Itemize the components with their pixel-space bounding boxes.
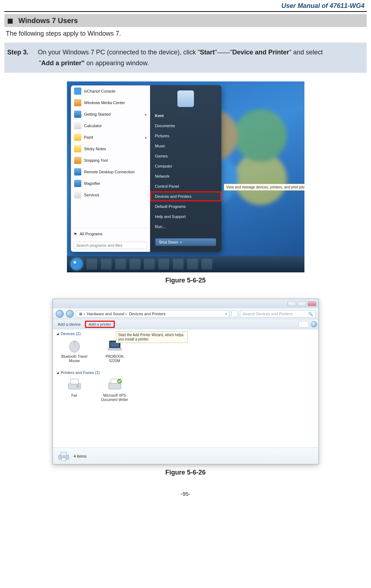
program-icon — [74, 145, 81, 152]
search-box[interactable]: Search Devices and Printers 🔍 — [240, 310, 316, 317]
collapse-triangle-icon[interactable]: ◢ — [56, 371, 59, 374]
program-icon — [74, 168, 81, 175]
start-menu-program-item[interactable]: Getting Started▸ — [71, 108, 150, 120]
program-icon — [74, 191, 81, 199]
shut-down-button[interactable]: Shut Down ▸ — [155, 238, 216, 246]
step-bold-device-and-printer: Device and Printer — [232, 49, 289, 56]
group-printers-header[interactable]: ◢ Printers and Faxes (2) — [53, 368, 318, 375]
printer-item[interactable]: Microsoft XPS Document Writer — [101, 377, 128, 402]
taskbar-icon[interactable] — [158, 259, 169, 270]
program-label: Services — [84, 193, 99, 197]
start-menu-right-item[interactable]: Games — [150, 151, 221, 161]
svg-rect-7 — [76, 385, 79, 388]
tooltip-devices-and-printers: View and manage devices, printers, and p… — [224, 184, 304, 191]
program-label: Sticky Notes — [84, 147, 106, 151]
minimize-button[interactable] — [288, 301, 296, 306]
printer-item[interactable]: Fax — [61, 377, 88, 402]
taskbar-icon[interactable] — [130, 259, 140, 270]
step-line2-post: on appearing window. — [85, 59, 149, 67]
step-bold-start: Start — [200, 49, 215, 56]
explorer-content: ◢ Devices (2) Bluetooth Travel MousePROB… — [53, 329, 318, 447]
step-text-3: " and select — [289, 49, 322, 56]
start-menu-right-item[interactable]: Documents — [150, 121, 221, 131]
start-menu-search[interactable] — [74, 242, 147, 249]
group-printers-label: Printers and Faxes (2) — [61, 370, 100, 375]
start-menu-right-item[interactable]: Run... — [150, 222, 221, 232]
status-bar: 4 items — [53, 447, 318, 464]
nav-forward-button[interactable] — [66, 310, 74, 318]
start-menu-program-item[interactable]: Services — [71, 189, 150, 201]
start-orb-icon[interactable] — [71, 258, 83, 270]
tooltip-add-a-printer: Start the Add Printer Wizard, which help… — [116, 331, 188, 343]
section-heading-bar: ◼ Windows 7 Users — [4, 14, 367, 27]
start-menu-program-item[interactable]: IxChariot Console — [71, 85, 150, 97]
program-label: IxChariot Console — [84, 89, 116, 93]
add-a-device-button[interactable]: Add a device — [54, 321, 85, 328]
start-menu-left-column: IxChariot ConsoleWindows Media CenterGet… — [71, 85, 150, 252]
program-label: Magnifier — [84, 181, 100, 186]
start-menu-right-item[interactable]: Network — [150, 171, 221, 181]
step-label: Step 3. — [7, 47, 36, 58]
maximize-button[interactable] — [298, 301, 306, 306]
step-text-1: On your Windows 7 PC (connected to the d… — [38, 49, 200, 56]
device-item[interactable]: Bluetooth Travel Mouse — [61, 338, 88, 363]
start-menu-right-item[interactable]: Pictures — [150, 131, 221, 141]
printer-icon — [106, 377, 124, 392]
start-menu-right-item[interactable]: Default Programs — [150, 201, 221, 211]
taskbar — [67, 256, 304, 272]
taskbar-icon[interactable] — [115, 259, 126, 270]
close-button[interactable] — [308, 301, 316, 306]
chevron-right-icon: ▸ — [84, 312, 86, 316]
start-menu-right-item[interactable]: Help and Support — [150, 211, 221, 222]
start-menu-program-item[interactable]: Snipping Tool — [71, 155, 150, 166]
search-input[interactable] — [74, 242, 147, 249]
chevron-right-icon: ▸ — [180, 240, 182, 244]
section-heading: Windows 7 Users — [18, 17, 78, 25]
start-menu-program-item[interactable]: Paint▸ — [71, 132, 150, 143]
taskbar-icon[interactable] — [173, 259, 184, 270]
chevron-down-icon[interactable]: ▾ — [225, 312, 227, 316]
nav-back-button[interactable] — [56, 310, 64, 318]
help-button[interactable]: ? — [311, 321, 317, 328]
view-options-button[interactable] — [299, 321, 309, 328]
breadcrumb-item[interactable]: Hardware and Sound — [87, 312, 125, 316]
figure-2-wrap: 🖥 ▸ Hardware and Sound ▸ Devices and Pri… — [4, 299, 367, 476]
start-menu-program-item[interactable]: Remote Desktop Connection — [71, 166, 150, 178]
add-a-printer-button[interactable]: Add a printer — [85, 321, 115, 328]
header-title: User Manual of 47611-WG4 — [4, 0, 367, 10]
user-avatar-icon — [177, 90, 194, 107]
start-menu: IxChariot ConsoleWindows Media CenterGet… — [71, 85, 222, 252]
all-programs[interactable]: ▶ All Programs — [71, 228, 150, 240]
start-menu-program-item[interactable]: Calculator — [71, 120, 150, 132]
taskbar-icon[interactable] — [101, 259, 112, 270]
chevron-right-icon: ▸ — [126, 312, 127, 316]
start-menu-right-item[interactable]: Computer — [150, 161, 221, 171]
program-label: Paint — [84, 135, 93, 139]
printer-label: Microsoft XPS Document Writer — [101, 393, 128, 402]
taskbar-icon[interactable] — [187, 259, 198, 270]
collapse-triangle-icon[interactable]: ◢ — [56, 332, 59, 335]
program-label: Getting Started — [84, 112, 111, 116]
start-menu-program-item[interactable]: Windows Media Center — [71, 97, 150, 108]
breadcrumb[interactable]: 🖥 ▸ Hardware and Sound ▸ Devices and Pri… — [76, 310, 230, 317]
taskbar-icon[interactable] — [144, 259, 155, 270]
search-icon: 🔍 — [308, 312, 313, 316]
start-menu-right-item[interactable]: Music — [150, 141, 221, 151]
breadcrumb-item[interactable]: Devices and Printers — [129, 312, 166, 316]
taskbar-icon[interactable] — [202, 259, 212, 270]
refresh-button[interactable] — [231, 311, 238, 317]
svg-rect-8 — [109, 383, 121, 389]
figure-2-caption: Figure 5-6-26 — [165, 469, 205, 476]
start-menu-right-item[interactable]: Control Panel — [150, 181, 221, 191]
monitor-icon: 🖥 — [78, 312, 82, 316]
bullet-square-icon: ◼ — [7, 16, 13, 25]
taskbar-icon[interactable] — [86, 259, 97, 270]
figure-1-start-menu-screenshot: IxChariot ConsoleWindows Media CenterGet… — [67, 81, 304, 272]
start-menu-user-name[interactable]: Kent — [150, 111, 221, 121]
start-menu-program-item[interactable]: Magnifier — [71, 178, 150, 189]
svg-rect-13 — [62, 458, 66, 461]
start-menu-program-item[interactable]: Sticky Notes — [71, 143, 150, 155]
program-icon — [74, 157, 81, 164]
start-menu-devices-and-printers[interactable]: Devices and Printers — [150, 191, 221, 201]
program-icon — [74, 134, 81, 141]
